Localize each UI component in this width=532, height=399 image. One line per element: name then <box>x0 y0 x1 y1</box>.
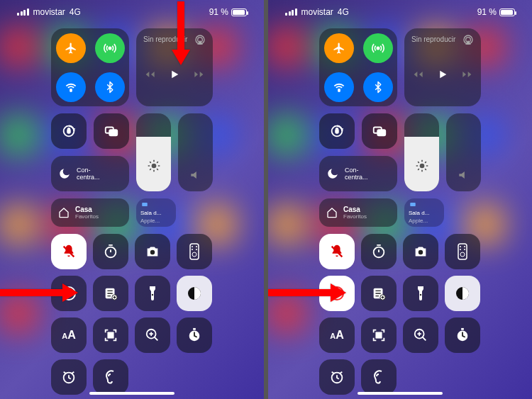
room-line1: Sala d... <box>140 210 161 216</box>
bluetooth-toggle[interactable] <box>95 72 125 102</box>
orientation-lock-button[interactable] <box>319 113 355 149</box>
stopwatch-icon <box>187 327 202 343</box>
hearing-button[interactable] <box>361 359 397 395</box>
svg-point-0 <box>109 47 111 49</box>
wifi-toggle[interactable] <box>324 72 354 102</box>
svg-rect-24 <box>108 332 110 335</box>
focus-button[interactable]: Con- centra... <box>51 156 129 191</box>
hearing-button[interactable] <box>93 359 128 395</box>
wifi-toggle[interactable] <box>56 72 86 102</box>
moon-icon <box>58 167 71 180</box>
bluetooth-toggle[interactable] <box>363 72 393 102</box>
dark-mode-button[interactable] <box>177 276 212 311</box>
camera-icon <box>413 244 428 259</box>
prev-track-icon[interactable] <box>144 69 155 80</box>
svg-rect-58 <box>376 336 378 338</box>
airplane-toggle[interactable] <box>324 33 354 63</box>
control-center: Sin reproducir <box>319 28 481 395</box>
airplane-toggle[interactable] <box>56 33 86 63</box>
next-track-icon[interactable] <box>194 69 205 80</box>
media-controls[interactable]: Sin reproducir <box>404 28 481 106</box>
notes-button[interactable] <box>361 276 397 311</box>
brightness-icon <box>147 159 161 173</box>
text-size-button[interactable]: AA <box>51 317 87 353</box>
screen-mirror-button[interactable] <box>94 113 129 149</box>
stopwatch-button[interactable] <box>177 317 212 353</box>
orientation-lock-button[interactable] <box>51 113 87 149</box>
airplay-icon[interactable] <box>462 34 474 45</box>
flashlight-button[interactable] <box>135 276 170 311</box>
home-icon <box>326 207 338 218</box>
battery-pct: 91 % <box>209 7 228 17</box>
remote-icon <box>189 243 199 260</box>
home-indicator[interactable] <box>358 392 443 395</box>
flashlight-button[interactable] <box>403 276 438 311</box>
brightness-slider[interactable] <box>136 113 171 191</box>
cellular-toggle[interactable] <box>95 33 125 63</box>
screen-mirror-button[interactable] <box>362 113 397 149</box>
home-button[interactable]: Casa Favoritos <box>319 198 397 227</box>
mute-button[interactable] <box>51 234 87 269</box>
volume-slider[interactable] <box>446 113 481 191</box>
text-size-icon: AA <box>62 329 76 342</box>
magnifier-button[interactable] <box>403 317 438 353</box>
qr-scanner-button[interactable] <box>93 317 128 353</box>
svg-rect-39 <box>377 130 385 135</box>
camera-button[interactable] <box>135 234 170 269</box>
svg-rect-57 <box>379 332 382 335</box>
prev-track-icon[interactable] <box>412 69 423 80</box>
volume-icon <box>189 168 203 182</box>
alarm-button[interactable] <box>51 359 87 395</box>
room-line2: Apple... <box>409 218 428 224</box>
dark-mode-icon <box>454 285 471 302</box>
brightness-slider[interactable] <box>404 113 439 191</box>
room-button[interactable]: Sala d... Apple... <box>404 198 444 227</box>
svg-point-47 <box>460 249 461 250</box>
remote-button[interactable] <box>177 234 212 269</box>
arrow-annotation-side <box>268 282 352 303</box>
notes-icon <box>371 286 387 301</box>
mute-button[interactable] <box>319 234 355 269</box>
focus-button[interactable]: Con- centra... <box>319 156 397 191</box>
camera-button[interactable] <box>403 234 438 269</box>
notes-button[interactable] <box>93 276 128 311</box>
status-bar: movistar 4G 91 % <box>268 7 532 17</box>
airplay-icon[interactable] <box>194 34 206 45</box>
home-icon <box>58 207 70 218</box>
svg-point-17 <box>192 252 196 257</box>
text-size-button[interactable]: AA <box>319 317 355 353</box>
network-label: 4G <box>70 7 81 17</box>
stopwatch-button[interactable] <box>445 317 480 353</box>
timer-button[interactable] <box>93 234 128 269</box>
tv-icon <box>140 201 149 208</box>
next-track-icon[interactable] <box>462 69 473 80</box>
volume-slider[interactable] <box>178 113 213 191</box>
svg-rect-37 <box>336 130 338 133</box>
svg-rect-44 <box>458 244 467 259</box>
remote-button[interactable] <box>445 234 480 269</box>
timer-button[interactable] <box>361 234 397 269</box>
svg-point-45 <box>460 246 461 247</box>
home-button[interactable]: Casa Favoritos <box>51 198 129 227</box>
svg-rect-41 <box>410 203 416 206</box>
svg-point-14 <box>196 246 197 247</box>
play-icon[interactable] <box>436 68 449 81</box>
control-center: Sin reproducir <box>51 28 213 395</box>
remote-icon <box>458 243 467 260</box>
home-sub: Favoritos <box>75 213 99 220</box>
home-indicator[interactable] <box>89 392 174 395</box>
home-title: Casa <box>343 206 367 213</box>
svg-point-16 <box>196 249 197 250</box>
room-button[interactable]: Sala d... Apple... <box>136 198 176 227</box>
home-title: Casa <box>75 206 99 213</box>
magnifier-button[interactable] <box>135 317 170 353</box>
qr-scanner-button[interactable] <box>361 317 397 353</box>
carrier-label: movistar <box>33 7 65 17</box>
qr-icon <box>371 327 387 343</box>
brightness-icon <box>415 159 429 173</box>
dark-mode-button[interactable] <box>445 276 480 311</box>
svg-rect-25 <box>111 332 113 335</box>
svg-point-15 <box>192 249 193 250</box>
alarm-button[interactable] <box>319 359 355 395</box>
cellular-toggle[interactable] <box>363 33 393 63</box>
